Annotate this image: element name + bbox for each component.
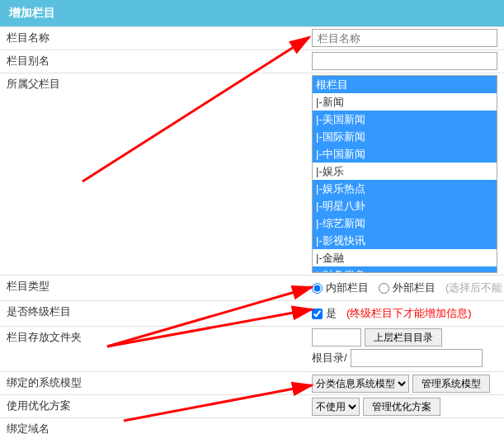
terminal-yes-label: 是 xyxy=(326,306,337,321)
name-input[interactable] xyxy=(312,29,497,47)
label-parent: 所属父栏目 xyxy=(0,73,312,275)
label-terminal: 是否终级栏目 xyxy=(0,301,312,326)
list-item[interactable]: |-新闻 xyxy=(313,93,497,111)
seo-manage-button[interactable]: 管理优化方案 xyxy=(363,398,440,416)
header-title: 增加栏目 xyxy=(9,6,55,19)
label-model: 绑定的系统模型 xyxy=(0,372,312,394)
type-internal-radio[interactable] xyxy=(312,283,323,294)
type-internal-label: 内部栏目 xyxy=(326,280,369,295)
list-item[interactable]: |-影视快讯 xyxy=(313,232,497,249)
folder-root-input[interactable] xyxy=(351,349,483,367)
type-hint: (选择后不能 xyxy=(445,280,502,295)
type-external-radio[interactable] xyxy=(379,283,389,294)
list-item[interactable]: 根栏目 xyxy=(313,76,497,93)
list-item[interactable]: |-娱乐 xyxy=(313,163,497,180)
terminal-checkbox[interactable] xyxy=(312,309,323,319)
type-external-label: 外部栏目 xyxy=(393,280,436,295)
alias-input[interactable] xyxy=(312,52,497,70)
folder-parent-input[interactable] xyxy=(312,328,361,346)
list-item[interactable]: |-明星八卦 xyxy=(313,197,497,214)
list-item[interactable]: |-美国新闻 xyxy=(313,111,497,128)
label-type: 栏目类型 xyxy=(0,276,312,300)
label-folder: 栏目存放文件夹 xyxy=(0,327,312,371)
label-domain: 绑定域名 xyxy=(0,418,312,441)
model-select[interactable]: 分类信息系统模型 xyxy=(312,375,409,393)
terminal-hint: (终级栏目下才能增加信息) xyxy=(346,306,472,321)
list-item[interactable]: |-娱乐热点 xyxy=(313,180,497,197)
label-name: 栏目名称 xyxy=(0,27,312,49)
seo-select[interactable]: 不使用 xyxy=(312,398,360,416)
list-item[interactable]: |-财务服务 xyxy=(313,266,497,273)
folder-root-label: 根目录/ xyxy=(312,351,347,365)
folder-parent-button[interactable]: 上层栏目目录 xyxy=(365,328,442,346)
list-item[interactable]: |-国际新闻 xyxy=(313,128,497,145)
form-header: 增加栏目 xyxy=(0,0,504,26)
list-item[interactable]: |-金融 xyxy=(313,249,497,266)
label-alias: 栏目别名 xyxy=(0,50,312,73)
label-seo: 使用优化方案 xyxy=(0,395,312,417)
list-item[interactable]: |-中国新闻 xyxy=(313,145,497,163)
model-manage-button[interactable]: 管理系统模型 xyxy=(412,375,490,393)
list-item[interactable]: |-综艺新闻 xyxy=(313,214,497,232)
parent-listbox[interactable]: 根栏目|-新闻 |-美国新闻 |-国际新闻 |-中国新闻|-娱乐 |-娱乐热点 … xyxy=(312,75,497,273)
